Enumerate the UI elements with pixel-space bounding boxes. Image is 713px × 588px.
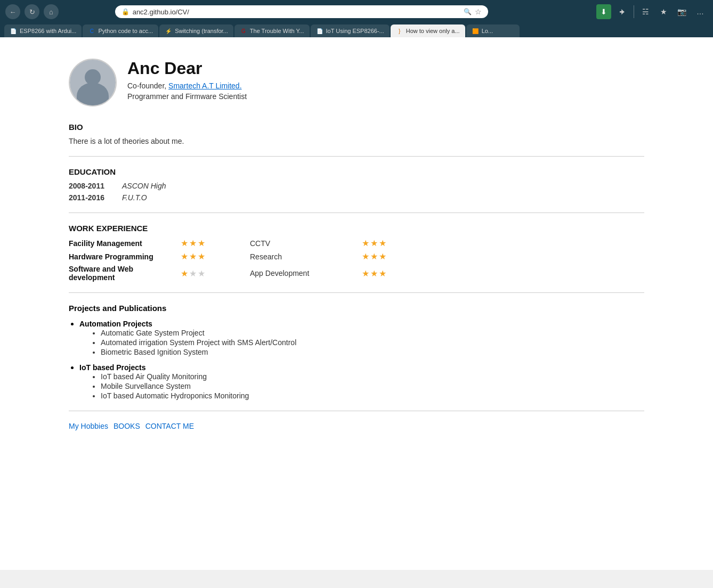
star-2-3: ★ xyxy=(198,251,205,262)
star-1-2: ★ xyxy=(189,238,197,248)
tab-favicon-switching: ⚡ xyxy=(165,27,172,35)
bio-section: BIO There is a lot of theories about me. xyxy=(69,123,644,145)
education-section: EDUCATION 2008-2011 ASCON High 2011-2016… xyxy=(69,167,644,202)
project-category-1: Automation Projects Automatic Gate Syste… xyxy=(79,319,644,356)
footer-links: My Hobbies BOOKS CONTACT ME xyxy=(69,422,644,430)
project-item-2-1: IoT based Air Quality Monitoring xyxy=(101,372,644,381)
extensions-button[interactable]: 🠞 xyxy=(614,4,629,19)
avatar xyxy=(69,59,117,107)
work-title: WORK EXPERIENCE xyxy=(69,224,644,233)
footer-link-contact[interactable]: CONTACT ME xyxy=(145,422,194,430)
tab-label-esp8266: ESP8266 with Ardui... xyxy=(20,28,76,34)
company-link[interactable]: Smartech A.T Limited. xyxy=(168,81,241,90)
star2-3-2: ★ xyxy=(370,268,378,279)
work-table: Facility Management ★ ★ ★ CCTV ★ ★ ★ Har… xyxy=(69,238,644,282)
work-stars2-1: ★ ★ ★ xyxy=(362,238,426,248)
projects-title: Projects and Publications xyxy=(69,304,644,313)
browser-toolbar: ← ↻ ⌂ 🔒 🔍 ☆ ⬇ 🠞 ☵ ★ 📷 … xyxy=(0,0,713,23)
footer-link-hobbies[interactable]: My Hobbies xyxy=(69,422,108,430)
profile-subtitle: Co-founder, Smartech A.T Limited. xyxy=(127,81,247,90)
education-title: EDUCATION xyxy=(69,167,644,176)
edu-year-2: 2011-2016 xyxy=(69,193,111,202)
work-skill2-2: Research xyxy=(250,252,356,261)
tabs-bar: 📄 ESP8266 with Ardui... C Python code to… xyxy=(0,23,713,37)
address-bar-input[interactable] xyxy=(133,8,460,16)
edu-school-2: F.U.T.O xyxy=(122,193,147,202)
work-stars-3: ★ ★ ★ xyxy=(181,268,245,279)
star-1-1: ★ xyxy=(181,238,188,248)
search-icon: 🔍 xyxy=(464,8,472,15)
projects-section: Projects and Publications Automation Pro… xyxy=(69,304,644,400)
footer-link-books[interactable]: BOOKS xyxy=(114,422,140,430)
work-section: WORK EXPERIENCE Facility Management ★ ★ … xyxy=(69,224,644,282)
project-item-1-2: Automated irrigation System Project with… xyxy=(101,338,644,347)
download-button[interactable]: ⬇ xyxy=(596,4,611,19)
tab-label-python: Python code to acc... xyxy=(98,28,153,34)
favorites-button[interactable]: ★ xyxy=(657,4,671,19)
refresh-button[interactable]: ↻ xyxy=(25,4,39,19)
project-category-2: IoT based Projects IoT based Air Quality… xyxy=(79,363,644,400)
profile-role: Programmer and Firmware Scientist xyxy=(127,92,247,101)
star2-3-1: ★ xyxy=(362,268,369,279)
tab-esp8266[interactable]: 📄 ESP8266 with Ardui... xyxy=(4,24,82,37)
toolbar-right: ⬇ 🠞 ☵ ★ 📷 … xyxy=(596,4,708,19)
project-item-2-3: IoT based Automatic Hydroponics Monitori… xyxy=(101,391,644,400)
project-item-2-2: Mobile Survellance System xyxy=(101,382,644,390)
tab-favicon-lo: 🟧 xyxy=(472,27,479,35)
tab-switching[interactable]: ⚡ Switching (transfor... xyxy=(159,24,233,37)
project-items-2: IoT based Air Quality Monitoring Mobile … xyxy=(101,372,644,400)
star2-1-1: ★ xyxy=(362,238,369,248)
home-button[interactable]: ⌂ xyxy=(44,4,59,19)
star2-3-3: ★ xyxy=(379,268,386,279)
tab-iot[interactable]: 📄 IoT Using ESP8266-... xyxy=(311,24,390,37)
work-skill2-1: CCTV xyxy=(250,239,356,248)
tab-howto[interactable]: } How to view only a... xyxy=(391,24,465,37)
project-item-1-1: Automatic Gate System Project xyxy=(101,329,644,337)
divider-bio-edu xyxy=(69,156,644,157)
tab-label-howto: How to view only a... xyxy=(406,28,460,34)
tab-trouble[interactable]: G The Trouble With Y... xyxy=(234,24,310,37)
tab-label-switching: Switching (transfor... xyxy=(175,28,228,34)
star2-2-2: ★ xyxy=(370,251,378,262)
tab-lo[interactable]: 🟧 Lo... xyxy=(466,24,520,37)
projects-list: Automation Projects Automatic Gate Syste… xyxy=(79,319,644,400)
tab-favicon-iot: 📄 xyxy=(316,27,323,35)
work-stars-2: ★ ★ ★ xyxy=(181,251,245,262)
project-category-name-1: Automation Projects xyxy=(79,320,152,328)
edu-year-1: 2008-2011 xyxy=(69,182,111,190)
star2-2-1: ★ xyxy=(362,251,369,262)
profile-name: Anc Dear xyxy=(127,59,247,78)
collections-button[interactable]: 📷 xyxy=(675,4,690,19)
tab-python[interactable]: C Python code to acc... xyxy=(83,24,158,37)
star-1-3: ★ xyxy=(198,238,205,248)
star-3-empty-1: ★ xyxy=(189,268,197,279)
tab-favicon-trouble: G xyxy=(240,27,247,35)
work-label-1: Facility Management xyxy=(69,239,175,248)
menu-button[interactable]: … xyxy=(693,4,708,19)
divider-projects-footer xyxy=(69,411,644,411)
star2-1-2: ★ xyxy=(370,238,378,248)
project-item-1-3: Biometric Based Ignition System xyxy=(101,348,644,356)
star2-2-3: ★ xyxy=(379,251,386,262)
tab-label-iot: IoT Using ESP8266-... xyxy=(326,28,384,34)
subtitle-prefix: Co-founder, xyxy=(127,81,168,90)
bookmark-icon[interactable]: ☆ xyxy=(475,7,482,16)
back-button[interactable]: ← xyxy=(5,4,20,19)
star2-1-3: ★ xyxy=(379,238,386,248)
split-view-button[interactable]: ☵ xyxy=(638,4,653,19)
edu-school-1: ASCON High xyxy=(122,182,166,190)
toolbar-divider xyxy=(634,5,634,18)
star-2-1: ★ xyxy=(181,251,188,262)
page-content: Anc Dear Co-founder, Smartech A.T Limite… xyxy=(37,37,676,570)
work-skill2-3: App Development xyxy=(250,269,356,277)
edu-row-1: 2008-2011 ASCON High xyxy=(69,182,644,190)
tab-favicon-python: C xyxy=(88,27,95,35)
work-label-2: Hardware Programming xyxy=(69,252,175,261)
divider-edu-work xyxy=(69,213,644,213)
tab-label-trouble: The Trouble With Y... xyxy=(250,28,304,34)
star-2-2: ★ xyxy=(189,251,197,262)
bio-title: BIO xyxy=(69,123,644,132)
project-items-1: Automatic Gate System Project Automated … xyxy=(101,329,644,356)
work-stars-1: ★ ★ ★ xyxy=(181,238,245,248)
project-category-name-2: IoT based Projects xyxy=(79,363,145,372)
